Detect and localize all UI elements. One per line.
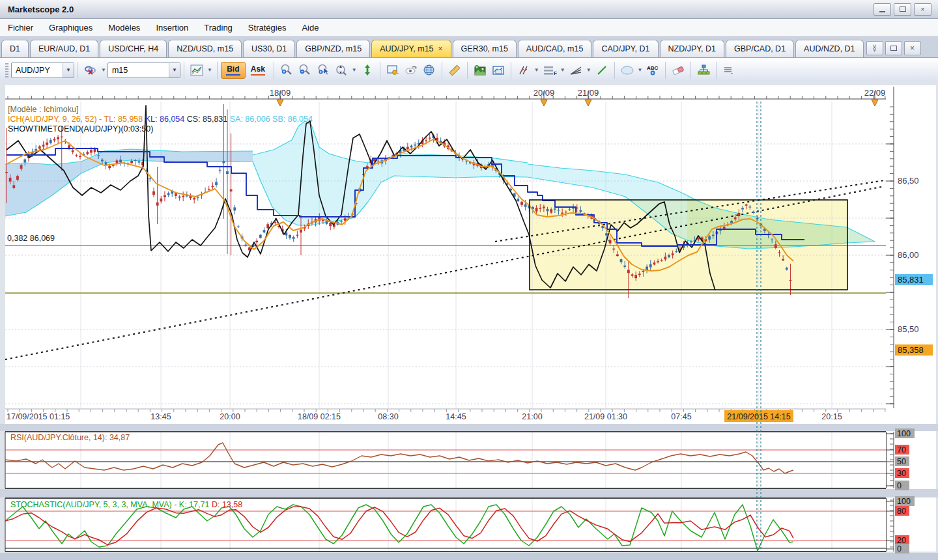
web-button[interactable] [421,62,438,79]
chevron-down-icon[interactable]: ▼ [534,67,539,73]
menu-item-modèles[interactable]: Modèles [100,23,148,33]
ellipse-icon [619,64,635,76]
chevron-down-icon[interactable]: ▼ [586,67,591,73]
ask-label: Ask [251,64,265,74]
tab-usd-chf-h4[interactable]: USD/CHF, H4 [100,40,167,57]
tab-nzd-usd-m15[interactable]: NZD/USD, m15 [168,40,242,57]
tab-aud-cad-m15[interactable]: AUD/CAD, m15 [518,40,592,57]
menu-bar: FichierGraphiquesModèlesInsertionTrading… [0,19,938,36]
tab-d1[interactable]: D1 [1,40,29,57]
text-label-button[interactable]: ABC [644,62,661,79]
zoom-time-icon [335,64,348,76]
chart-canvas[interactable]: 18/0920/0921/0922/0917/09/2015 01:1513:4… [0,81,938,560]
add-image-button[interactable] [472,62,489,79]
fib-level-label: 0,382 86,069 [7,234,55,243]
svg-text:86,50: 86,50 [898,176,919,186]
restore-button[interactable] [894,3,911,16]
chart-area[interactable]: 18/0920/0921/0922/0917/09/2015 01:1513:4… [0,81,938,560]
tab-aud-nzd-d1[interactable]: AUD/NZD, D1 [795,40,863,57]
pitchfork-button[interactable] [567,62,584,79]
zoom-in-button[interactable] [278,62,295,79]
visibility-button[interactable] [403,62,419,79]
tab-close-icon[interactable]: × [438,44,443,53]
toolbar-grip[interactable] [5,63,8,77]
stochastic-d: D: 13,58 [212,500,242,509]
strategy-tree-icon [697,64,710,76]
child-restore-button[interactable] [885,41,902,55]
workspace-key-button[interactable] [384,62,401,79]
tab-label: AUD/NZD, D1 [804,44,855,53]
svg-text:30: 30 [897,469,906,478]
ellipse-button[interactable] [619,62,636,79]
strategy-tree-button[interactable] [695,62,712,79]
chevron-down-icon[interactable]: ▼ [101,67,106,73]
tab-eur-aud-d1[interactable]: EUR/AUD, D1 [30,40,98,57]
ichimoku-kl: KL: 86,054 [145,115,184,124]
svg-text:21/09 01:30: 21/09 01:30 [584,412,627,421]
minimize-button[interactable] [874,3,891,16]
bid-button[interactable]: Bid [221,62,246,79]
period-combo[interactable]: m15 ▼ [107,63,180,78]
chevron-down-icon[interactable]: ▼ [560,67,565,73]
chevron-down-icon[interactable]: ▼ [638,67,643,73]
tab-us30-d1[interactable]: US30, D1 [243,40,295,57]
tab-label: USD/CHF, H4 [108,44,158,53]
tab-nzd-jpy-d1[interactable]: NZD/JPY, D1 [660,40,724,57]
ichimoku-params: ICH(AUD/JPY, 9, 26, 52) - TL: 85,958 [8,115,143,124]
svg-text:21/09: 21/09 [578,88,599,98]
unlink-button[interactable] [82,62,99,79]
chart-shot-icon [492,64,505,76]
zoom-time-button[interactable] [333,62,350,79]
menu-item-aide[interactable]: Aide [294,23,326,33]
ruler-button[interactable] [446,62,463,79]
menu-item-insertion[interactable]: Insertion [148,23,196,33]
period-combo-value: m15 [108,66,169,75]
draw-rays-button[interactable] [515,62,532,79]
tab-gbp-cad-d1[interactable]: GBP/CAD, D1 [726,40,794,57]
svg-text:17/09/2015 01:15: 17/09/2015 01:15 [7,412,70,421]
tab-label: NZD/USD, m15 [177,44,233,53]
ichimoku-sa: SA: 86,006 [230,115,270,124]
child-close-button[interactable]: × [904,41,921,55]
close-button[interactable]: × [914,3,931,16]
ask-button[interactable]: Ask [246,62,270,79]
ichimoku-cs: CS: 85,831 [187,115,228,124]
draw-line-button[interactable] [593,62,610,79]
stochastic-params: STOCHASTIC(AUD/JPY, 5, 3, 3, MVA, MVA) - [10,500,179,509]
tab-aud-jpy-m15[interactable]: AUD/JPY, m15× [371,40,451,57]
zoom-out-button[interactable] [296,62,313,79]
tab-label: AUD/CAD, m15 [526,44,584,53]
eraser-button[interactable] [670,62,687,79]
svg-text:21:00: 21:00 [522,412,542,421]
indicators-button[interactable]: F [541,62,558,79]
chevron-down-icon[interactable]: ▼ [207,67,212,73]
svg-text:20:15: 20:15 [821,412,842,421]
tab-cad-jpy-d1[interactable]: CAD/JPY, D1 [593,40,658,57]
svg-text:ABC: ABC [647,65,659,71]
svg-text:14:45: 14:45 [446,412,466,421]
menu-item-trading[interactable]: Trading [196,23,240,33]
svg-text:22/09: 22/09 [864,88,886,98]
chevron-down-icon[interactable]: ▼ [352,67,357,73]
tab-label: US30, D1 [251,44,287,53]
chevron-down-icon[interactable]: ▼ [63,63,74,77]
line-icon [595,64,608,76]
fit-vertical-icon [362,64,373,76]
chart-shot-button[interactable] [490,62,507,79]
menu-item-fichier[interactable]: Fichier [0,23,41,33]
tab-gbp-nzd-m15[interactable]: GBP/NZD, m15 [296,40,370,57]
tab-overflow-button[interactable]: ∨∨ [866,41,883,55]
eraser-icon [671,64,685,76]
svg-text:08:30: 08:30 [378,412,398,421]
chart-type-button[interactable] [188,62,205,79]
menu-item-graphiques[interactable]: Graphiques [41,23,100,33]
menu-item-stratégies[interactable]: Stratégies [240,23,294,33]
tab-ger30-m15[interactable]: GER30, m15 [453,40,517,57]
svg-text:F: F [554,70,557,76]
svg-text:13:45: 13:45 [150,412,171,421]
fit-vertical-button[interactable] [359,62,376,79]
more-options-button[interactable] [720,62,737,79]
symbol-combo[interactable]: AUD/JPY ▼ [11,63,74,78]
zoom-select-button[interactable] [315,62,332,79]
chevron-down-icon[interactable]: ▼ [169,63,180,77]
